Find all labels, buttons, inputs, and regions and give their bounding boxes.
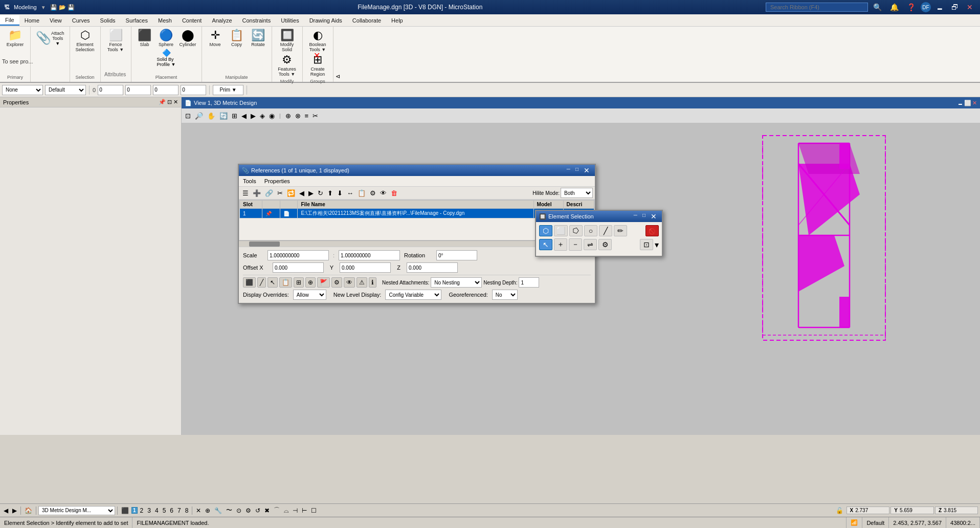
dbt-grid-icon[interactable]: ⊞ — [294, 277, 304, 288]
bt-curve-icon[interactable]: 〜 — [225, 505, 234, 515]
dtool-delete-icon[interactable]: 🗑 — [389, 189, 399, 197]
bt-fwd-btn[interactable]: ▶ — [11, 507, 18, 515]
scale-y-input[interactable] — [339, 250, 400, 260]
menu-curves[interactable]: Curves — [67, 16, 95, 25]
ribbon-btn-boolean-tools[interactable]: ◐ BooleanTools ▼ — [307, 29, 328, 53]
menu-mesh[interactable]: Mesh — [153, 16, 177, 25]
dtool-copy-icon[interactable]: 📋 — [356, 189, 367, 197]
es-settings2-btn[interactable]: ⚙ — [598, 239, 612, 250]
es-add-btn[interactable]: ＋ — [554, 238, 567, 251]
bt-line3-icon[interactable]: ⊢ — [300, 507, 308, 515]
bt-tab-8[interactable]: 8 — [184, 507, 190, 515]
dtool-attach-icon[interactable]: 🔗 — [263, 189, 275, 197]
menu-surfaces[interactable]: Surfaces — [121, 16, 153, 25]
ribbon-btn-sphere[interactable]: 🔵 Sphere — [156, 29, 176, 48]
dbt-flag-icon[interactable]: 🚩 — [317, 277, 330, 288]
dtool-up-icon[interactable]: ⬆ — [326, 189, 335, 197]
references-close-button[interactable]: ✕ — [582, 166, 592, 175]
es-delete-btn[interactable]: 🚫 — [645, 225, 659, 236]
menu-collaborate[interactable]: Collaborate — [347, 16, 386, 25]
properties-pin-icon[interactable]: 📌 — [159, 99, 166, 105]
menu-help[interactable]: Help — [386, 16, 408, 25]
menu-drawing-aids[interactable]: Drawing Aids — [304, 16, 347, 25]
view-model-select[interactable]: 3D Metric Design M... — [38, 506, 115, 515]
search-ribbon-input[interactable] — [766, 3, 868, 12]
rotation-input[interactable] — [436, 250, 477, 260]
es-line-btn[interactable]: ╱ — [599, 225, 612, 236]
dbt-rect-icon[interactable]: ⬛ — [243, 277, 256, 288]
none-select[interactable]: None — [2, 85, 43, 95]
dtool-detach-icon[interactable]: ✂ — [276, 189, 284, 197]
dtool-view-icon[interactable]: 👁 — [378, 189, 388, 197]
nesting-depth-input[interactable] — [519, 277, 539, 288]
es-close-button[interactable]: ✕ — [649, 212, 659, 221]
bt-tab-3[interactable]: 3 — [146, 507, 152, 515]
view-rotate-3d-icon[interactable]: 🔄 — [218, 112, 229, 120]
bt-tab-4[interactable]: 4 — [153, 507, 160, 515]
minimize-button[interactable]: 🗕 — [933, 2, 946, 12]
es-circle-btn[interactable]: ○ — [584, 225, 597, 236]
es-expand-btn[interactable]: ⊡ — [640, 239, 653, 250]
dtool-refresh-icon[interactable]: ↻ — [316, 189, 325, 197]
view-close-icon[interactable]: ✕ — [972, 100, 977, 106]
references-restore-button[interactable]: □ — [573, 166, 581, 175]
scale-x-input[interactable] — [268, 250, 329, 260]
view-restore-icon[interactable]: ⬜ — [964, 100, 971, 106]
bt-back-btn[interactable]: ◀ — [2, 507, 10, 515]
es-select-btn[interactable]: ⬡ — [539, 225, 552, 236]
es-pointer-btn[interactable]: ↖ — [539, 239, 552, 250]
dtool-reload-icon[interactable]: 🔁 — [285, 189, 297, 197]
menu-solids[interactable]: Solids — [95, 16, 121, 25]
es-pencil-btn[interactable]: ✏ — [614, 225, 627, 236]
es-remove-btn[interactable]: － — [569, 238, 582, 251]
dtool-right-icon[interactable]: ▶ — [307, 189, 315, 197]
default-select[interactable]: Default — [45, 85, 86, 95]
bt-tab-5[interactable]: 5 — [161, 507, 168, 515]
menu-utilities[interactable]: Utilities — [276, 16, 304, 25]
bt-view-icon[interactable]: ⬛ — [120, 507, 130, 515]
menu-analyze[interactable]: Analyze — [207, 16, 237, 25]
offset-z-input[interactable] — [407, 262, 458, 273]
view-clip-icon[interactable]: ✂ — [311, 112, 320, 120]
view-render-icon[interactable]: ◉ — [268, 112, 276, 120]
menu-content[interactable]: Content — [177, 16, 207, 25]
bt-tab-6[interactable]: 6 — [168, 507, 175, 515]
view-zoom-icon[interactable]: 🔎 — [193, 112, 205, 120]
field-3[interactable] — [153, 85, 179, 95]
bt-tab-2[interactable]: 2 — [139, 507, 145, 515]
dtool-down-icon[interactable]: ⬇ — [336, 189, 344, 197]
ribbon-btn-modify-solid[interactable]: 🔲 ModifySolid — [277, 29, 297, 53]
dbt-line-icon[interactable]: ╱ — [257, 277, 266, 288]
menu-constraints[interactable]: Constraints — [237, 16, 276, 25]
es-restore-button[interactable]: □ — [640, 212, 648, 221]
dbt-info-icon[interactable]: ℹ — [369, 277, 376, 288]
ribbon-btn-attach-tools[interactable]: 📎 AttachTools ▼ — [34, 29, 66, 47]
dbt-snap-icon[interactable]: ⊕ — [305, 277, 316, 288]
ribbon-btn-slab[interactable]: ⬛ Slab — [135, 29, 155, 48]
view-acc-icon[interactable]: ⊗ — [294, 112, 302, 120]
new-level-select[interactable]: Config Variable Active Settings — [385, 290, 441, 300]
bt-tab-7[interactable]: 7 — [176, 507, 183, 515]
display-overrides-select[interactable]: Allow Ignore Override — [293, 290, 326, 300]
properties-float-icon[interactable]: ⊡ — [167, 99, 172, 105]
bt-fence-icon[interactable]: ✕ — [194, 507, 203, 515]
es-minimize-button[interactable]: ─ — [632, 212, 639, 221]
bt-point-icon[interactable]: ⊙ — [235, 507, 243, 515]
view-lvl-icon[interactable]: ≡ — [303, 112, 310, 120]
properties-close-icon[interactable]: ✕ — [173, 99, 178, 105]
field-1[interactable] — [98, 85, 123, 95]
bt-x-icon[interactable]: ✖ — [263, 507, 271, 515]
bt-tab-1[interactable]: 1 — [131, 507, 138, 514]
field-2[interactable] — [125, 85, 151, 95]
view-pan-icon[interactable]: ✋ — [206, 112, 217, 120]
dbt-arrow-icon[interactable]: ↖ — [268, 277, 278, 288]
bt-tool-icon[interactable]: 🔧 — [213, 507, 224, 515]
maximize-button[interactable]: 🗗 — [948, 2, 962, 12]
hilite-mode-select[interactable]: Both None Element Level — [561, 188, 593, 198]
bell-icon[interactable]: 🔔 — [887, 2, 902, 12]
user-icon[interactable]: DF — [921, 2, 931, 12]
dtool-move-icon[interactable]: ↔ — [345, 189, 355, 197]
view-snap-icon[interactable]: ⊕ — [284, 112, 293, 120]
dtool-left-icon[interactable]: ◀ — [298, 189, 306, 197]
ribbon-btn-fence-tools[interactable]: ⬜ FenceTools ▼ — [105, 29, 126, 53]
